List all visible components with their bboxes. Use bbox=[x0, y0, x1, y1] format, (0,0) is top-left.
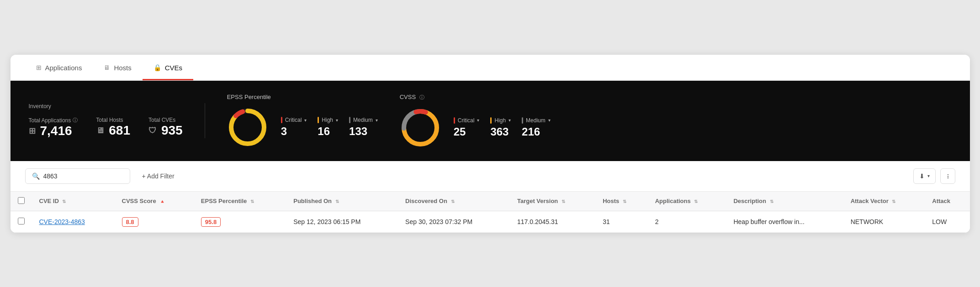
th-hosts[interactable]: Hosts ⇅ bbox=[595, 192, 647, 211]
tab-applications-label: Applications bbox=[45, 64, 82, 72]
stat-hosts-label: Total Hosts bbox=[96, 117, 130, 123]
cvss-legend-high: High ▾ 363 bbox=[490, 117, 511, 138]
th-published-on[interactable]: Published On ⇅ bbox=[286, 192, 398, 211]
inventory-stats: Inventory Total Applications ⓘ ⊞ 7,416 T… bbox=[29, 103, 205, 138]
epss-critical-value: 3 bbox=[281, 125, 307, 138]
row-attack-vector: NETWORK bbox=[843, 211, 925, 232]
th-attack-vector[interactable]: Attack Vector ⇅ bbox=[843, 192, 925, 211]
row-applications: 2 bbox=[648, 211, 726, 232]
th-cvss-score[interactable]: CVSS Score 🔺 bbox=[115, 192, 194, 211]
epss-critical-chevron[interactable]: ▾ bbox=[304, 118, 307, 123]
epss-title: EPSS Percentile bbox=[227, 94, 378, 100]
tab-cves[interactable]: 🔒 CVEs bbox=[143, 55, 193, 80]
critical-bar bbox=[281, 117, 282, 123]
epss-medium-chevron[interactable]: ▾ bbox=[376, 118, 378, 123]
cvss-score-sort-icon: 🔺 bbox=[159, 199, 165, 204]
download-chevron: ▾ bbox=[927, 173, 930, 178]
row-discovered-on: Sep 30, 2023 07:32 PM bbox=[398, 211, 510, 232]
stat-applications-label: Total Applications ⓘ bbox=[29, 117, 78, 124]
apps-sort-icon: ⇅ bbox=[694, 199, 698, 204]
add-filter-label: + Add Filter bbox=[142, 172, 175, 180]
high-bar bbox=[318, 117, 319, 123]
epss-percentile-badge: 95.8 bbox=[201, 217, 221, 227]
row-cvss-score: 8.8 bbox=[115, 211, 194, 232]
target-sort-icon: ⇅ bbox=[562, 199, 565, 204]
medium-bar bbox=[349, 117, 350, 123]
desc-sort-icon: ⇅ bbox=[770, 199, 773, 204]
attack-vector-sort-icon: ⇅ bbox=[892, 199, 895, 204]
row-hosts: 31 bbox=[595, 211, 647, 232]
cvss-score-badge: 8.8 bbox=[122, 217, 138, 227]
cves-value: 🛡 935 bbox=[148, 123, 183, 138]
cvss-medium-bar bbox=[522, 117, 523, 124]
cves-value-icon: 🛡 bbox=[148, 126, 157, 136]
select-all-checkbox[interactable] bbox=[18, 197, 25, 204]
row-description: Heap buffer overflow in... bbox=[726, 211, 843, 232]
epss-section: EPSS Percentile bbox=[227, 94, 378, 148]
epss-legend-medium: Medium ▾ 133 bbox=[349, 117, 378, 138]
columns-button[interactable]: ⫶ bbox=[940, 168, 955, 184]
th-discovered-on[interactable]: Discovered On ⇅ bbox=[398, 192, 510, 211]
epss-legend: Critical ▾ 3 High ▾ 16 bbox=[281, 117, 378, 138]
search-box[interactable]: 🔍 bbox=[25, 168, 130, 184]
row-attack: LOW bbox=[925, 211, 969, 232]
th-cve-id[interactable]: CVE ID ⇅ bbox=[32, 192, 115, 211]
tab-applications[interactable]: ⊞ Applications bbox=[25, 55, 93, 80]
th-attack[interactable]: Attack bbox=[925, 192, 969, 211]
th-applications[interactable]: Applications ⇅ bbox=[648, 192, 726, 211]
applications-value: ⊞ 7,416 bbox=[29, 124, 78, 138]
hosts-icon: 🖥 bbox=[104, 64, 110, 71]
epss-medium-value: 133 bbox=[349, 125, 378, 138]
row-target-version: 117.0.2045.31 bbox=[510, 211, 595, 232]
th-checkbox bbox=[11, 192, 32, 211]
cvss-critical-chevron[interactable]: ▾ bbox=[477, 118, 479, 123]
th-target-version[interactable]: Target Version ⇅ bbox=[510, 192, 595, 211]
toolbar-right: ⬇ ▾ ⫶ bbox=[913, 168, 955, 184]
table-wrapper: CVE ID ⇅ CVSS Score 🔺 EPSS Percentile ⇅ … bbox=[11, 192, 970, 233]
tab-bar: ⊞ Applications 🖥 Hosts 🔒 CVEs bbox=[11, 55, 970, 81]
applications-icon: ⊞ bbox=[36, 64, 42, 71]
cvss-medium-value: 216 bbox=[522, 125, 551, 138]
epss-high-chevron[interactable]: ▾ bbox=[336, 118, 338, 123]
table-row: CVE-2023-4863 8.8 95.8 Sep 12, 2023 06:1… bbox=[11, 211, 970, 232]
cve-id-sort-icon: ⇅ bbox=[62, 199, 66, 204]
row-select-checkbox[interactable] bbox=[18, 218, 25, 224]
add-filter-button[interactable]: + Add Filter bbox=[136, 169, 181, 183]
cves-icon: 🔒 bbox=[154, 64, 161, 71]
row-published-on: Sep 12, 2023 06:15 PM bbox=[286, 211, 398, 232]
cvss-legend: Critical ▾ 25 High ▾ 363 bbox=[454, 117, 551, 138]
epss-legend-high: High ▾ 16 bbox=[318, 117, 338, 138]
row-cve-id[interactable]: CVE-2023-4863 bbox=[32, 211, 115, 232]
hosts-value-icon: 🖥 bbox=[96, 126, 104, 136]
cvss-high-bar bbox=[490, 117, 492, 124]
tab-hosts-label: Hosts bbox=[114, 64, 131, 72]
th-description[interactable]: Description ⇅ bbox=[726, 192, 843, 211]
cvss-critical-bar bbox=[454, 117, 455, 124]
stat-cves-label: Total CVEs bbox=[148, 117, 183, 123]
epss-high-value: 16 bbox=[318, 125, 338, 138]
cvss-info-icon: ⓘ bbox=[419, 94, 424, 100]
cvss-high-chevron[interactable]: ▾ bbox=[509, 118, 511, 123]
applications-value-icon: ⊞ bbox=[29, 126, 36, 136]
tab-hosts[interactable]: 🖥 Hosts bbox=[93, 55, 142, 80]
cvss-legend-medium: Medium ▾ 216 bbox=[522, 117, 551, 138]
inventory-bar: Inventory Total Applications ⓘ ⊞ 7,416 T… bbox=[11, 81, 970, 161]
cve-table: CVE ID ⇅ CVSS Score 🔺 EPSS Percentile ⇅ … bbox=[11, 192, 970, 233]
tab-cves-label: CVEs bbox=[165, 64, 182, 72]
cvss-legend-critical: Critical ▾ 25 bbox=[454, 117, 480, 138]
cvss-section: CVSS ⓘ bbox=[400, 94, 551, 148]
download-icon: ⬇ bbox=[919, 172, 925, 180]
search-input[interactable] bbox=[43, 172, 123, 180]
stat-total-hosts: Total Hosts 🖥 681 bbox=[96, 117, 130, 138]
stat-total-applications: Total Applications ⓘ ⊞ 7,416 bbox=[29, 117, 78, 138]
toolbar: 🔍 + Add Filter ⬇ ▾ ⫶ bbox=[11, 161, 970, 192]
epss-legend-critical: Critical ▾ 3 bbox=[281, 117, 307, 138]
download-button[interactable]: ⬇ ▾ bbox=[913, 168, 936, 184]
main-card: ⊞ Applications 🖥 Hosts 🔒 CVEs Inventory … bbox=[11, 55, 970, 233]
table-header-row: CVE ID ⇅ CVSS Score 🔺 EPSS Percentile ⇅ … bbox=[11, 192, 970, 211]
th-epss-percentile[interactable]: EPSS Percentile ⇅ bbox=[194, 192, 286, 211]
row-epss-percentile: 95.8 bbox=[194, 211, 286, 232]
cvss-medium-chevron[interactable]: ▾ bbox=[548, 118, 551, 123]
columns-icon: ⫶ bbox=[946, 172, 949, 180]
applications-info-icon: ⓘ bbox=[73, 117, 78, 124]
